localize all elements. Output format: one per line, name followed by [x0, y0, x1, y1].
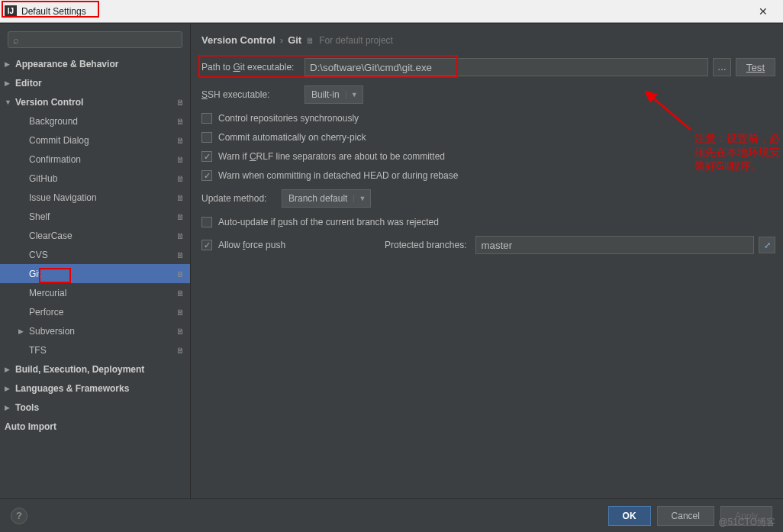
ok-button[interactable]: OK [608, 506, 651, 526]
app-icon: IJ [5, 5, 17, 18]
tree-item-issue-navigation[interactable]: Issue Navigation🗎 [0, 188, 190, 207]
project-scope-icon: 🗎 [175, 192, 185, 203]
project-scope-icon: 🗎 [175, 307, 185, 318]
force-push-row: Allow force push Protected branches: ⤢ [201, 236, 775, 254]
ssh-label: SSH executable: [201, 89, 304, 100]
checkbox-sync[interactable] [201, 113, 212, 124]
settings-main: Version Control › Git 🗎 For default proj… [191, 24, 783, 498]
chevron-down-icon: ▼ [346, 91, 358, 98]
tree-item-label: GitHub [29, 173, 175, 184]
cb-cherry-row: Commit automatically on cherry-pick [201, 132, 775, 143]
tree-item-confirmation[interactable]: Confirmation🗎 [0, 150, 190, 169]
tree-item-version-control[interactable]: ▼Version Control🗎 [0, 92, 190, 111]
window-title: Default Settings [21, 6, 748, 17]
cb-sync-label: Control repositories synchronously [218, 113, 359, 124]
protected-input[interactable] [475, 236, 754, 254]
chevron-right-icon: › [280, 34, 283, 46]
tree-item-languages-frameworks[interactable]: ▶Languages & Frameworks [0, 379, 190, 398]
search-box[interactable]: ⌕ [8, 31, 182, 48]
checkbox-detached[interactable] [201, 170, 212, 181]
tree-item-commit-dialog[interactable]: Commit Dialog🗎 [0, 131, 190, 150]
cb-detached-label: Warn when committing in detached HEAD or… [218, 170, 458, 181]
update-method-row: Update method: Branch default ▼ [201, 189, 775, 208]
tree-item-label: Mercurial [29, 288, 175, 298]
git-executable-row: Path to Git executable: … Test [201, 58, 775, 76]
tree-arrow-icon: ▶ [5, 404, 15, 411]
checkbox-crlf[interactable] [201, 151, 212, 162]
project-scope-icon: 🗎 [175, 116, 185, 127]
dialog-footer: ? OK Cancel Apply [0, 498, 783, 532]
tree-item-clearcase[interactable]: ClearCase🗎 [0, 226, 190, 245]
project-scope-icon: 🗎 [175, 250, 185, 260]
update-label: Update method: [201, 193, 282, 204]
cb-cherry-label: Commit automatically on cherry-pick [218, 132, 366, 143]
breadcrumb-category: Version Control [201, 34, 276, 46]
cb-crlf-label: Warn if CRLF line separators are about t… [218, 151, 445, 162]
tree-item-label: Languages & Frameworks [15, 383, 190, 394]
project-scope-icon: 🗎 [175, 211, 185, 222]
project-scope-icon: 🗎 [175, 97, 185, 108]
tree-item-shelf[interactable]: Shelf🗎 [0, 207, 190, 226]
project-scope-icon: 🗎 [175, 135, 185, 146]
tree-item-github[interactable]: GitHub🗎 [0, 169, 190, 188]
tree-item-perforce[interactable]: Perforce🗎 [0, 302, 190, 321]
cb-detached-row: Warn when committing in detached HEAD or… [201, 170, 775, 181]
ssh-row: SSH executable: Built-in ▼ [201, 85, 775, 104]
tree-item-label: Subversion [29, 326, 175, 337]
tree-item-label: Git [29, 269, 175, 279]
tree-item-label: TFS [29, 345, 175, 356]
dialog-body: ⌕ ▶Appearance & Behavior▶Editor▼Version … [0, 23, 783, 498]
protected-label: Protected branches: [385, 240, 466, 250]
project-scope-icon: 🗎 [175, 345, 185, 356]
tree-item-label: Perforce [29, 307, 175, 318]
chevron-down-icon: ▼ [353, 195, 366, 202]
search-input[interactable] [22, 34, 177, 45]
project-scope-icon: 🗎 [175, 326, 185, 337]
tree-item-auto-import[interactable]: Auto Import [0, 417, 190, 436]
expand-button[interactable]: ⤢ [759, 237, 775, 253]
tree-item-appearance-behavior[interactable]: ▶Appearance & Behavior [0, 54, 190, 73]
tree-item-label: Commit Dialog [29, 135, 175, 146]
tree-item-label: Confirmation [29, 154, 175, 165]
tree-item-mercurial[interactable]: Mercurial🗎 [0, 283, 190, 302]
cb-crlf-row: Warn if CRLF line separators are about t… [201, 151, 775, 162]
project-scope-icon: 🗎 [175, 154, 185, 165]
tree-item-tools[interactable]: ▶Tools [0, 398, 190, 417]
tree-item-label: CVS [29, 250, 175, 260]
cancel-button[interactable]: Cancel [657, 506, 714, 526]
close-icon[interactable]: ✕ [748, 5, 778, 18]
project-scope-icon: 🗎 [175, 173, 185, 184]
tree-item-cvs[interactable]: CVS🗎 [0, 245, 190, 264]
tree-arrow-icon: ▶ [5, 385, 15, 392]
update-value: Branch default [288, 193, 347, 204]
help-button[interactable]: ? [11, 508, 27, 524]
browse-button[interactable]: … [713, 58, 731, 76]
checkbox-autoupdate[interactable] [201, 217, 212, 227]
tree-item-editor[interactable]: ▶Editor [0, 73, 190, 92]
titlebar: IJ Default Settings ✕ [0, 0, 783, 23]
project-scope-icon: 🗎 [175, 269, 185, 279]
project-scope-icon: 🗎 [306, 36, 314, 45]
ssh-dropdown[interactable]: Built-in ▼ [304, 85, 363, 104]
settings-sidebar: ⌕ ▶Appearance & Behavior▶Editor▼Version … [0, 24, 191, 498]
checkbox-force[interactable] [201, 240, 212, 250]
search-icon: ⌕ [13, 34, 19, 46]
tree-item-build-execution-deployment[interactable]: ▶Build, Execution, Deployment [0, 360, 190, 379]
test-button[interactable]: Test [736, 58, 775, 76]
git-exe-input[interactable] [304, 58, 708, 76]
update-dropdown[interactable]: Branch default ▼ [282, 189, 371, 208]
tree-arrow-icon: ▶ [18, 327, 29, 335]
tree-item-subversion[interactable]: ▶Subversion🗎 [0, 321, 190, 340]
breadcrumb-page: Git [288, 34, 301, 46]
checkbox-cherry[interactable] [201, 132, 212, 143]
settings-tree: ▶Appearance & Behavior▶Editor▼Version Co… [0, 54, 190, 498]
tree-item-label: Tools [15, 402, 190, 413]
breadcrumb-scope: For default project [319, 35, 393, 46]
tree-item-label: Build, Execution, Deployment [15, 364, 190, 375]
tree-item-background[interactable]: Background🗎 [0, 111, 190, 131]
tree-item-git[interactable]: Git🗎 [0, 264, 190, 283]
tree-item-tfs[interactable]: TFS🗎 [0, 340, 190, 360]
cb-force-label: Allow force push [218, 240, 285, 250]
tree-item-label: Appearance & Behavior [15, 59, 190, 69]
tree-item-label: Version Control [15, 97, 175, 108]
